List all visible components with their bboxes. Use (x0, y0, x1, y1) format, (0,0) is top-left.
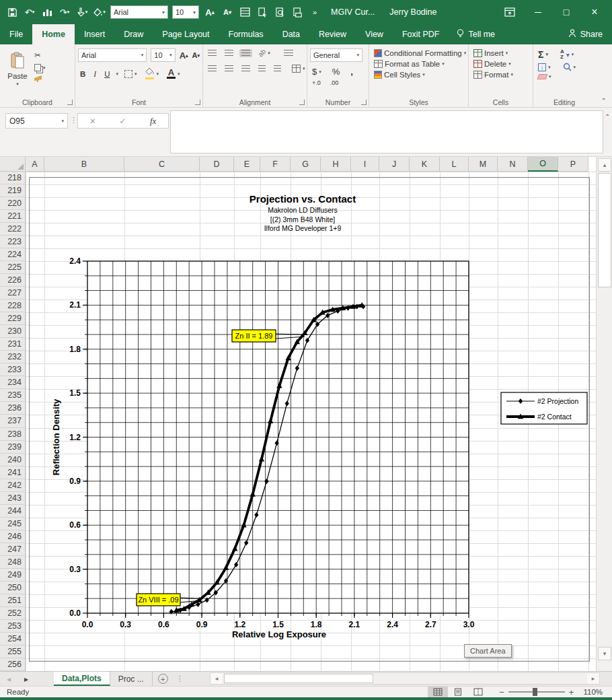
row-header-255[interactable]: 255 (0, 645, 26, 658)
insert-cells-button[interactable]: Insert▾ (471, 48, 510, 58)
name-box-splitter[interactable]: ⋮ (70, 116, 77, 125)
number-format-select[interactable]: General▾ (310, 48, 362, 62)
quick-print-icon[interactable] (289, 4, 305, 20)
row-header-245[interactable]: 245 (0, 518, 26, 530)
qat-overflow-icon[interactable]: » (307, 4, 323, 20)
row-header-250[interactable]: 250 (0, 582, 26, 594)
row-header-244[interactable]: 244 (0, 505, 26, 518)
column-header-P[interactable]: P (558, 157, 588, 172)
middle-align-icon[interactable] (223, 49, 235, 57)
decrease-font-icon[interactable]: A▾ (192, 52, 200, 59)
align-center-icon[interactable] (223, 65, 235, 73)
column-header-G[interactable]: G (291, 157, 321, 172)
row-header-228[interactable]: 228 (0, 300, 26, 312)
currency-icon[interactable]: $▾ (310, 66, 323, 77)
conditional-formatting-button[interactable]: Conditional Formatting▾ (372, 48, 468, 58)
increase-indent-icon[interactable] (272, 65, 283, 73)
column-header-C[interactable]: C (124, 157, 200, 172)
row-header-254[interactable]: 254 (0, 633, 26, 645)
font-dialog-launcher[interactable] (195, 100, 200, 105)
tab-insert[interactable]: Insert (75, 24, 114, 44)
row-header-251[interactable]: 251 (0, 594, 26, 607)
row-header-230[interactable]: 230 (0, 325, 26, 338)
column-header-F[interactable]: F (260, 157, 291, 172)
zoom-in-icon[interactable]: + (569, 687, 574, 697)
column-header-O[interactable]: O (528, 157, 558, 172)
increase-font-icon[interactable]: A▴ (180, 52, 188, 59)
row-header-226[interactable]: 226 (0, 274, 26, 287)
row-header-222[interactable]: 222 (0, 223, 26, 236)
undo-icon[interactable]: ↶▾ (22, 4, 38, 20)
formula-bar-collapse-icon[interactable]: ⌃ (605, 113, 610, 120)
fill-color-icon[interactable]: ▾ (91, 4, 108, 20)
zoom-out-icon[interactable]: − (499, 687, 504, 697)
orientation-icon[interactable]: ab▾ (256, 48, 272, 57)
tab-bar-splitter[interactable]: ⋮ (176, 674, 184, 683)
row-height-icon[interactable] (237, 4, 253, 20)
column-header-H[interactable]: H (321, 157, 351, 172)
delete-cells-button[interactable]: Delete▾ (471, 59, 513, 69)
confirm-entry-icon[interactable]: ✓ (119, 116, 126, 126)
alignment-dialog-launcher[interactable] (299, 100, 305, 105)
row-header-227[interactable]: 227 (0, 287, 26, 300)
row-header-229[interactable]: 229 (0, 312, 26, 325)
zoom-level[interactable]: 110% (583, 688, 612, 696)
chart-icon[interactable] (39, 4, 55, 20)
scroll-right-icon[interactable]: ▸ (587, 673, 599, 684)
zoom-slider-thumb[interactable] (533, 688, 537, 696)
number-dialog-launcher[interactable] (361, 100, 367, 105)
sheet-tab-proc[interactable]: Proc ... (110, 672, 153, 686)
percent-icon[interactable]: % (330, 66, 342, 77)
vertical-scrollbar-thumb[interactable] (598, 173, 611, 287)
column-header-I[interactable]: I (351, 157, 379, 172)
row-header-231[interactable]: 231 (0, 338, 26, 351)
tab-home[interactable]: Home (32, 24, 75, 44)
format-as-table-button[interactable]: Format as Table▾ (372, 59, 447, 69)
row-header-240[interactable]: 240 (0, 454, 26, 466)
tab-formulas[interactable]: Formulas (219, 24, 273, 44)
row-header-239[interactable]: 239 (0, 441, 26, 454)
tab-foxit-pdf[interactable]: Foxit PDF (393, 24, 449, 44)
paste-button[interactable]: Paste▾ (3, 47, 32, 92)
row-header-253[interactable]: 253 (0, 620, 26, 633)
ribbon-display-options-icon[interactable] (496, 0, 523, 24)
font-size-select[interactable]: 10▾ (151, 48, 175, 62)
borders-icon[interactable]: ▾ (122, 69, 139, 79)
fill-color-icon[interactable]: ▾ (143, 67, 161, 80)
column-header-L[interactable]: L (440, 157, 469, 172)
merge-center-icon[interactable]: ▾ (290, 64, 307, 73)
row-header-234[interactable]: 234 (0, 376, 26, 389)
tell-me[interactable]: Tell me (449, 24, 503, 44)
row-header-241[interactable]: 241 (0, 466, 26, 479)
formula-input[interactable] (170, 110, 603, 153)
minimize-button[interactable]: ─ (525, 0, 551, 24)
signed-in-user[interactable]: Jerry Bodine (383, 7, 443, 17)
column-header-N[interactable]: N (498, 157, 528, 172)
scroll-left-icon[interactable]: ◂ (211, 673, 223, 684)
row-header-223[interactable]: 223 (0, 236, 26, 248)
autosum-icon[interactable]: Σ▾ (536, 48, 550, 61)
normal-view-icon[interactable] (428, 687, 448, 698)
export-doc-icon[interactable] (254, 4, 270, 20)
scroll-up-icon[interactable]: ▴ (598, 158, 611, 172)
align-left-icon[interactable] (206, 65, 219, 73)
tab-file[interactable]: File (0, 24, 32, 44)
comma-style-icon[interactable]: , (348, 66, 355, 77)
page-layout-view-icon[interactable] (448, 687, 468, 698)
cancel-entry-icon[interactable]: × (90, 116, 95, 127)
underline-button[interactable]: U (102, 69, 112, 79)
sheet-nav-next-icon[interactable]: ▸ (17, 672, 35, 686)
share-button[interactable]: Share (559, 24, 612, 44)
decrease-indent-icon[interactable] (256, 65, 268, 73)
row-header-235[interactable]: 235 (0, 389, 26, 402)
page-break-view-icon[interactable] (468, 687, 488, 698)
qat-font-size-select[interactable]: 10▾ (172, 5, 199, 19)
column-header-J[interactable]: J (379, 157, 410, 172)
insert-function-icon[interactable]: fx (150, 116, 156, 127)
column-header-E[interactable]: E (234, 157, 260, 172)
row-header-236[interactable]: 236 (0, 402, 26, 415)
copy-icon[interactable]: ▾ (32, 63, 48, 72)
row-header-248[interactable]: 248 (0, 556, 26, 569)
row-header-256[interactable]: 256 (0, 658, 26, 671)
touch-mode-icon[interactable]: ▾ (74, 4, 90, 20)
